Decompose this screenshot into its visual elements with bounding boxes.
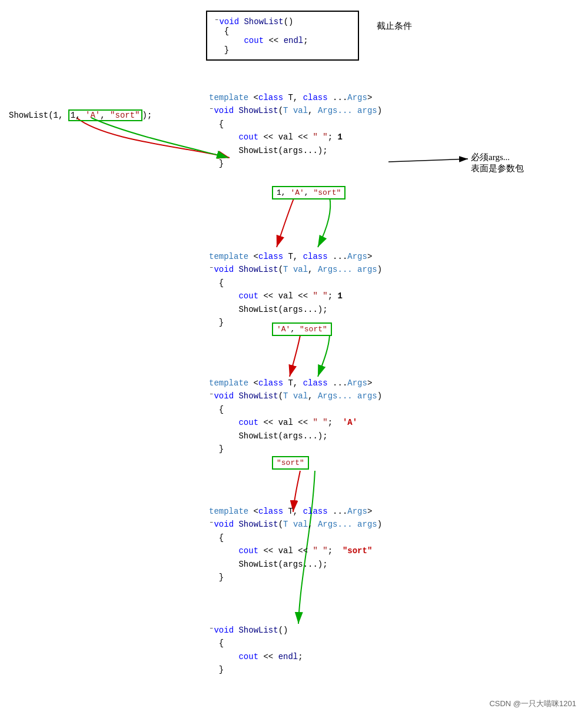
template-block-2: template <class T, class ...Args> ⁻void … xyxy=(209,250,382,329)
template-block-bottom: ⁻void ShowList() { cout << endl; } xyxy=(209,624,303,677)
svg-line-3 xyxy=(388,159,468,162)
stop-condition-label: 截止条件 xyxy=(377,21,412,32)
template-block-3: template <class T, class ...Args> ⁻void … xyxy=(209,377,382,455)
must-args-label: 必须args... 表面是参数包 xyxy=(471,152,524,174)
template-block-1: template <class T, class ...Args> ⁻void … xyxy=(209,91,382,170)
stop-condition-code: ⁻void ShowList() { cout << endl; } xyxy=(214,16,351,55)
args-label-1: 1, 'A', "sort" xyxy=(272,186,346,199)
args-label-2: 'A', "sort" xyxy=(272,322,332,336)
template-block-4: template <class T, class ...Args> ⁻void … xyxy=(209,505,382,584)
stop-condition-box: ⁻void ShowList() { cout << endl; } xyxy=(206,11,359,61)
call-site: ShowList(1, 1, 'A', "sort"); xyxy=(9,111,152,120)
args-label-3: "sort" xyxy=(272,456,309,470)
watermark: CSDN @一只大喵咪1201 xyxy=(489,699,576,709)
